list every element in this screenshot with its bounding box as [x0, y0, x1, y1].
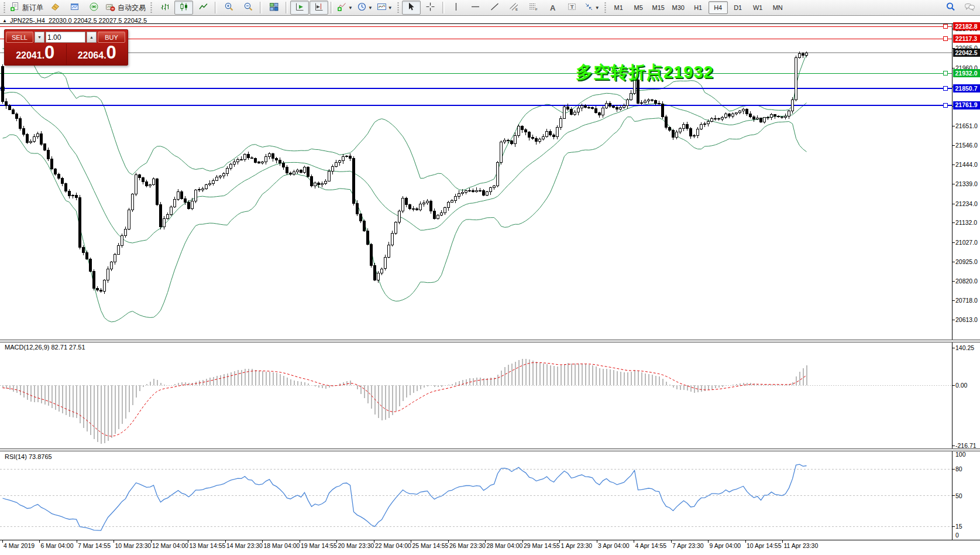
- tile-windows-button[interactable]: [264, 1, 283, 15]
- chart-canvas[interactable]: 22170.022065.021960.021858.021755.021651…: [0, 16, 980, 555]
- svg-text:21546.0: 21546.0: [955, 142, 978, 149]
- auto-trading-button[interactable]: 自动交易: [104, 1, 147, 15]
- periods-button[interactable]: ▼: [355, 1, 374, 15]
- svg-text:21132.0: 21132.0: [955, 219, 977, 226]
- line-chart-button[interactable]: [194, 1, 212, 15]
- svg-text:21850.7: 21850.7: [955, 85, 978, 92]
- fibonacci-button[interactable]: F: [524, 1, 543, 15]
- arrows-button[interactable]: ▼: [582, 1, 601, 15]
- toolbar-grip[interactable]: [3, 2, 6, 13]
- svg-text:0.00: 0.00: [955, 382, 968, 389]
- svg-text:13 Mar 14:55: 13 Mar 14:55: [190, 542, 226, 549]
- eraser-icon: [50, 2, 60, 14]
- macd-indicator-label: MACD(12,26,9) 82.71 27.51: [5, 344, 85, 351]
- cursor-button[interactable]: [402, 1, 421, 15]
- vertical-line-button[interactable]: [447, 1, 466, 15]
- svg-text:11 Apr 23:30: 11 Apr 23:30: [784, 542, 819, 549]
- timeframe-h4[interactable]: H4: [709, 1, 728, 14]
- svg-text:22 Mar 04:00: 22 Mar 04:00: [375, 542, 411, 549]
- line-chart-icon: [198, 2, 208, 14]
- sell-price[interactable]: 22041.0: [5, 44, 67, 66]
- timeframe-m30[interactable]: M30: [669, 1, 688, 14]
- eraser-button[interactable]: [46, 1, 64, 15]
- chart-title: ▲JPN225-,H4 22030.0 22042.5 22027.5 2204…: [2, 17, 147, 24]
- search-icon: [945, 2, 955, 14]
- toolbar-separator: [215, 2, 217, 13]
- chart-shift-button[interactable]: [310, 1, 328, 15]
- text-button[interactable]: A: [544, 1, 562, 15]
- svg-text:29 Mar 14:55: 29 Mar 14:55: [524, 542, 560, 549]
- fibonacci-icon: F: [528, 2, 538, 14]
- candlestick-chart-icon: [179, 2, 189, 14]
- crosshair-icon: [425, 2, 435, 14]
- chat-icon: [964, 2, 975, 14]
- candlestick-chart-button[interactable]: [174, 1, 193, 15]
- buy-price[interactable]: 22064.0: [67, 44, 128, 66]
- svg-text:4 Mar 2019: 4 Mar 2019: [4, 542, 35, 549]
- svg-text:E: E: [515, 8, 518, 11]
- svg-text:20613.0: 20613.0: [955, 316, 978, 323]
- timeframe-m15[interactable]: M15: [649, 1, 668, 14]
- new-order-label: 新订单: [22, 3, 43, 13]
- text-label-button[interactable]: T: [563, 1, 582, 15]
- volume-input[interactable]: [46, 32, 85, 43]
- volume-increase-button[interactable]: ▲: [87, 32, 97, 43]
- cursor-icon: [406, 2, 416, 14]
- zoom-in-button[interactable]: [219, 1, 238, 15]
- svg-text:10 Apr 14:55: 10 Apr 14:55: [747, 542, 782, 549]
- svg-text:19 Mar 14:55: 19 Mar 14:55: [301, 542, 337, 549]
- profile-button[interactable]: [65, 1, 84, 15]
- svg-text:18 Mar 04:00: 18 Mar 04:00: [264, 542, 300, 549]
- search-button[interactable]: [941, 1, 960, 15]
- chat-button[interactable]: [960, 1, 979, 15]
- rsi-indicator-label: RSI(14) 73.8765: [5, 453, 52, 460]
- sell-button[interactable]: SELL: [6, 32, 33, 43]
- timeframe-h1[interactable]: H1: [689, 1, 708, 14]
- horizontal-line-button[interactable]: [466, 1, 485, 15]
- crosshair-button[interactable]: [421, 1, 440, 15]
- indicators-button[interactable]: ▼: [335, 1, 355, 15]
- toolbar-grip[interactable]: [397, 2, 400, 13]
- svg-text:10 Mar 23:30: 10 Mar 23:30: [115, 542, 152, 549]
- buy-button[interactable]: BUY: [98, 32, 125, 43]
- timeframe-mn[interactable]: MN: [768, 1, 788, 14]
- templates-button[interactable]: ▼: [375, 1, 394, 15]
- signal-icon: [89, 2, 99, 14]
- svg-text:21027.0: 21027.0: [955, 239, 978, 246]
- text-label-icon: T: [567, 2, 577, 14]
- timeframe-w1[interactable]: W1: [748, 1, 768, 14]
- new-order-icon: [10, 2, 20, 14]
- auto-scroll-button[interactable]: [290, 1, 309, 15]
- zoom-out-button[interactable]: [239, 1, 257, 15]
- svg-text:21651.0: 21651.0: [955, 122, 978, 129]
- toolbar-separator: [260, 2, 262, 13]
- chevron-down-icon: ▼: [388, 5, 393, 11]
- svg-text:26 Mar 23:30: 26 Mar 23:30: [449, 542, 486, 549]
- horizontal-line-icon: [470, 2, 480, 14]
- timeframe-m5[interactable]: M5: [629, 1, 648, 14]
- channel-button[interactable]: E: [505, 1, 524, 15]
- auto-scroll-icon: [295, 2, 305, 14]
- bar-chart-icon: [160, 2, 170, 14]
- volume-decrease-button[interactable]: ▼: [35, 32, 44, 43]
- new-order-button[interactable]: 新订单: [8, 1, 45, 15]
- svg-text:20718.0: 20718.0: [955, 297, 978, 304]
- timeframe-group: M1M5M15M30H1H4D1W1MN: [609, 1, 788, 14]
- timeframe-m1[interactable]: M1: [609, 1, 628, 14]
- trendline-button[interactable]: [486, 1, 504, 15]
- svg-text:21761.9: 21761.9: [955, 101, 978, 108]
- collapse-arrow-icon[interactable]: ▲: [2, 18, 7, 23]
- svg-text:-216.71: -216.71: [955, 442, 976, 449]
- toolbar-grip[interactable]: [604, 2, 607, 13]
- timeframe-d1[interactable]: D1: [728, 1, 748, 14]
- svg-text:14 Mar 23:30: 14 Mar 23:30: [226, 542, 263, 549]
- bar-chart-button[interactable]: [155, 1, 174, 15]
- chart-annotation-text[interactable]: 多空转折点21932: [576, 61, 714, 84]
- svg-text:20820.0: 20820.0: [955, 278, 978, 285]
- toolbar-grip[interactable]: [150, 2, 153, 13]
- trendline-icon: [490, 2, 500, 14]
- chart-window: 22170.022065.021960.021858.021755.021651…: [0, 16, 980, 555]
- svg-text:22182.8: 22182.8: [955, 23, 978, 30]
- zoom-out-icon: [243, 2, 253, 14]
- signal-button[interactable]: [84, 1, 103, 15]
